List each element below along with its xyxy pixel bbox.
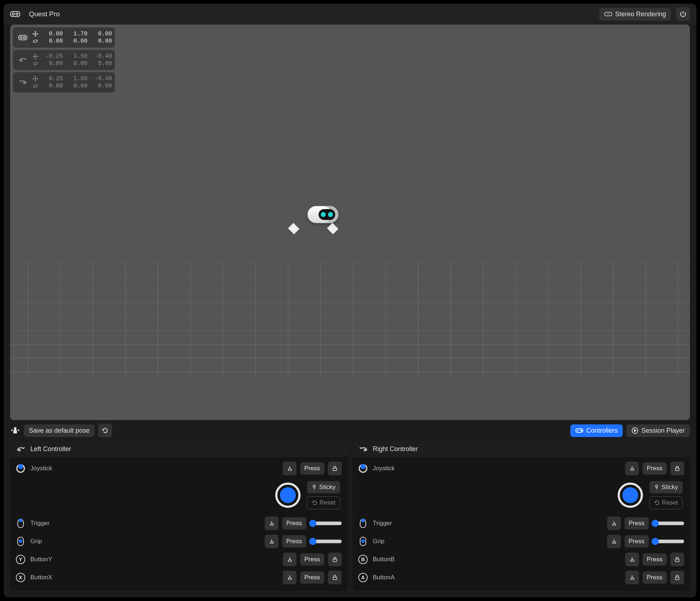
stat-value: 1.50: [66, 53, 87, 60]
touch-icon: [629, 556, 635, 563]
floor-grid: [10, 262, 690, 379]
label-button-a: ButtonA: [373, 574, 622, 581]
touch-button[interactable]: [607, 516, 621, 530]
grip-slider[interactable]: [652, 540, 684, 543]
power-button[interactable]: [676, 7, 690, 21]
reset-pose-button[interactable]: [98, 424, 112, 437]
touch-icon: [268, 538, 275, 545]
stat-card-right-controller[interactable]: 0.25 1.50 -0.40 0.00 0.00 0.00: [13, 72, 115, 92]
touch-button[interactable]: [283, 462, 297, 475]
play-circle-icon: [631, 427, 639, 434]
save-default-pose-button[interactable]: Save as default pose: [24, 424, 95, 437]
svg-rect-21: [333, 577, 337, 580]
controller-left-icon: [16, 52, 30, 68]
row-joystick: Joystick Press: [358, 461, 684, 476]
press-button[interactable]: Press: [300, 462, 324, 475]
label-joystick: Joystick: [30, 465, 279, 472]
vr-headset-icon: [10, 10, 20, 18]
tab-controllers[interactable]: Controllers: [570, 424, 623, 437]
reset-button[interactable]: Reset: [649, 496, 683, 509]
svg-point-10: [23, 82, 25, 84]
svg-point-22: [364, 449, 366, 451]
touch-button[interactable]: [265, 535, 278, 548]
reset-button[interactable]: Reset: [307, 496, 340, 509]
touch-button[interactable]: [625, 462, 639, 475]
lock-icon: [332, 466, 338, 471]
row-joystick: Joystick Press: [16, 461, 342, 476]
controller-left-icon: [16, 446, 26, 453]
stat-value: -0.40: [91, 75, 112, 82]
undo-icon: [102, 427, 108, 434]
3d-viewport[interactable]: 0.00 1.70 0.00 0.00 0.00 0.00: [10, 25, 690, 420]
touch-button[interactable]: [265, 516, 278, 530]
press-label: Press: [304, 556, 320, 563]
joystick-pad[interactable]: [275, 483, 301, 508]
svg-rect-9: [33, 62, 37, 65]
svg-point-12: [14, 427, 17, 430]
pin-icon: [311, 484, 317, 490]
touch-button[interactable]: [625, 571, 639, 584]
grip-icon: [360, 537, 366, 546]
press-button[interactable]: Press: [643, 553, 667, 566]
lock-icon: [674, 557, 680, 562]
lock-button[interactable]: [670, 571, 684, 584]
stat-value: 0.00: [91, 31, 112, 37]
stat-value: 0.00: [91, 38, 112, 44]
svg-rect-0: [10, 12, 20, 17]
sticky-button[interactable]: Sticky: [307, 481, 340, 493]
lock-button[interactable]: [328, 571, 342, 584]
press-button[interactable]: Press: [625, 535, 649, 548]
controller-right-icon: [358, 446, 368, 453]
trigger-slider[interactable]: [652, 522, 684, 525]
press-button[interactable]: Press: [300, 571, 324, 584]
press-button[interactable]: Press: [282, 517, 306, 529]
press-button[interactable]: Press: [625, 517, 649, 529]
stereo-rendering-button[interactable]: Stereo Rendering: [599, 8, 671, 21]
joystick-icon: [16, 464, 25, 473]
svg-point-2: [16, 13, 18, 15]
label-button-y: ButtonY: [30, 556, 279, 563]
gamepad-icon: [575, 428, 583, 433]
press-button[interactable]: Press: [643, 571, 667, 584]
trigger-slider[interactable]: [310, 522, 342, 525]
press-button[interactable]: Press: [643, 462, 667, 475]
panel-title: Right Controller: [373, 445, 418, 453]
press-button[interactable]: Press: [300, 553, 324, 566]
lock-button[interactable]: [670, 462, 684, 475]
touch-button[interactable]: [283, 553, 297, 566]
label-button-x: ButtonX: [30, 574, 279, 581]
touch-button[interactable]: [607, 535, 621, 548]
touch-icon: [629, 465, 635, 472]
press-label: Press: [647, 574, 662, 581]
stat-value: 0.00: [91, 83, 112, 89]
stat-value: -0.40: [91, 53, 112, 60]
toolbar: Save as default pose Controllers Session…: [4, 420, 696, 441]
stat-value: 0.00: [66, 83, 87, 89]
svg-rect-4: [18, 35, 27, 40]
lock-icon: [674, 466, 680, 471]
touch-button[interactable]: [625, 553, 639, 566]
tab-session-player[interactable]: Session Player: [626, 424, 690, 437]
grip-icon: [17, 537, 24, 546]
joystick-pad[interactable]: [618, 483, 643, 508]
press-button[interactable]: Press: [282, 535, 306, 548]
touch-button[interactable]: [283, 571, 297, 584]
row-grip: Grip Press: [358, 534, 684, 549]
stat-value: -0.25: [42, 53, 63, 60]
lock-button[interactable]: [670, 553, 684, 566]
label-button-b: ButtonB: [373, 556, 622, 563]
grip-slider[interactable]: [310, 540, 342, 543]
stat-card-headset[interactable]: 0.00 1.70 0.00 0.00 0.00 0.00: [13, 27, 115, 48]
reset-label: Reset: [320, 499, 336, 506]
press-label: Press: [286, 520, 302, 527]
lock-button[interactable]: [328, 553, 342, 566]
stat-card-left-controller[interactable]: -0.25 1.50 -0.40 0.00 0.00 0.00: [13, 50, 115, 70]
stat-value: 0.00: [91, 60, 112, 67]
button-y-icon: Y: [16, 555, 25, 564]
tab-controllers-label: Controllers: [586, 427, 618, 434]
press-label: Press: [629, 520, 644, 527]
svg-point-17: [19, 449, 20, 451]
move-icon: [33, 76, 38, 82]
lock-button[interactable]: [328, 462, 342, 475]
sticky-button[interactable]: Sticky: [649, 481, 683, 493]
